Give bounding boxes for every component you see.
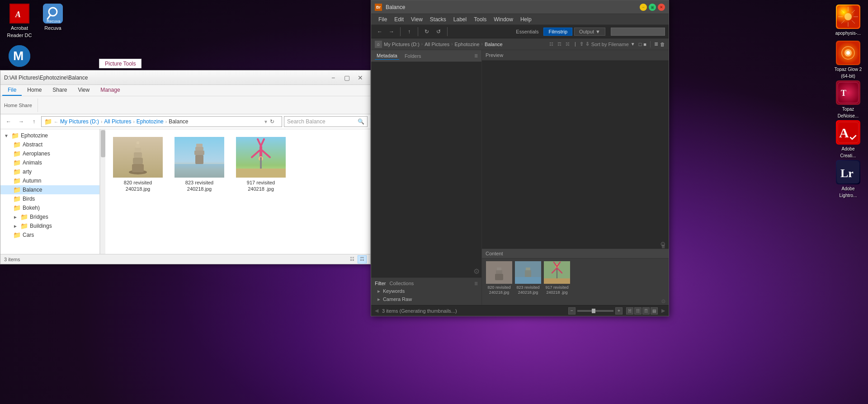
forward-button[interactable]: → [16, 117, 27, 127]
ws-tab-essentials[interactable]: Essentials [511, 28, 543, 36]
panel-expand-icon[interactable]: ≣ [474, 53, 478, 58]
bridge-up-button[interactable]: ↑ [404, 27, 414, 37]
back-button[interactable]: ← [3, 117, 14, 127]
filter-row-cameraraw[interactable]: ► Camera Raw [373, 295, 480, 303]
dock-icon-topaz-denoise[interactable]: T Topaz DeNoise... [828, 80, 868, 119]
svg-rect-59 [525, 270, 531, 277]
bridge-menu-edit[interactable]: Edit [391, 15, 407, 23]
delete-icon[interactable]: 🗑 [660, 42, 665, 47]
tab-home[interactable]: Home [22, 85, 47, 96]
tab-view[interactable]: View [72, 85, 95, 96]
bridge-path-root[interactable]: My Pictures (D:) [384, 42, 420, 47]
sidebar-item-animals[interactable]: 📁 Animals [0, 158, 99, 167]
bridge-maximize-button[interactable]: ▣ [649, 4, 656, 11]
filter-expand-icon[interactable]: ≣ [474, 281, 478, 286]
sidebar-scrollbar[interactable] [100, 129, 105, 254]
vsb-2[interactable]: ☷ [634, 307, 642, 315]
bridge-menu-view[interactable]: View [407, 15, 426, 23]
bridge-close-button[interactable]: ✕ [658, 4, 665, 11]
breadcrumb-part1[interactable]: All Pictures [104, 118, 131, 125]
close-button[interactable]: ✕ [354, 73, 367, 83]
picture-tools-tab[interactable]: Picture Tools [99, 59, 142, 68]
bridge-menu-file[interactable]: File [375, 15, 391, 23]
bridge-menu-help[interactable]: Help [517, 15, 535, 23]
content-thumb-820[interactable]: 820 revisited240218.jpg [486, 261, 513, 295]
content-thumb-917[interactable]: 917 revisited240218 .jpg [543, 261, 571, 295]
filter-row-keywords[interactable]: ► Keywords [373, 287, 480, 295]
up-button[interactable]: ↑ [28, 117, 39, 127]
list-view-button[interactable]: ☷ [348, 255, 357, 263]
panel-tab-folders[interactable]: Folders [403, 52, 423, 60]
tab-share[interactable]: Share [47, 85, 72, 96]
sidebar-item-aeroplanes[interactable]: 📁 Aeroplanes [0, 149, 99, 158]
tab-file[interactable]: File [2, 85, 22, 96]
zoom-slider[interactable] [577, 310, 613, 312]
sidebar-item-birds[interactable]: 📁 Birds [0, 194, 99, 203]
bridge-forward-button[interactable]: → [387, 27, 396, 37]
minimize-button[interactable]: − [327, 73, 340, 83]
maximize-button[interactable]: ▢ [340, 73, 353, 83]
sidebar-item-balance[interactable]: 📁 Balance [0, 185, 99, 194]
file-item-823[interactable]: 823 revisited240218.jpg [172, 135, 226, 195]
view-list-icon[interactable]: ≣ [654, 41, 658, 47]
view-icon-detail[interactable]: ☵ [564, 41, 571, 48]
settings-icon[interactable]: ⚙ [473, 267, 480, 276]
sidebar-item-bokeh[interactable]: 📁 Bokeh) [0, 203, 99, 212]
view-icon-grid[interactable]: ☷ [547, 41, 555, 48]
breadcrumb-part2[interactable]: Ephotozine [137, 118, 164, 125]
sort-dropdown-icon[interactable]: ▼ [631, 42, 635, 47]
dock-icon-apophysis[interactable]: apophysis-... [828, 0, 868, 40]
breadcrumb-root[interactable]: My Pictures (D:) [60, 118, 99, 125]
ws-tab-output[interactable]: Output ▼ [574, 28, 605, 36]
panel-tab-metadata[interactable]: Metadata [375, 52, 399, 60]
search-box[interactable]: Search Balance 🔍 [284, 116, 368, 127]
view-icon-list[interactable]: ☶ [556, 41, 563, 48]
sort-down-icon[interactable]: ⇩ [585, 41, 590, 47]
svg-rect-21 [837, 81, 859, 104]
desktop-icon-acrobat[interactable]: A Acrobat Reader DC [4, 4, 35, 38]
bridge-logo: Br [375, 4, 382, 11]
desktop-icon-recuva[interactable]: Recuva Recuva [37, 4, 69, 31]
bridge-back-button[interactable]: ← [375, 27, 385, 37]
vsb-3[interactable]: ☶ [642, 307, 650, 315]
sidebar-item-ephotozine[interactable]: ▼ 📁 Ephotozine [0, 131, 99, 140]
desktop-icon-malwarebytes[interactable]: M [4, 45, 35, 67]
sidebar-item-abstract[interactable]: 📁 Abstract [0, 140, 99, 149]
dock-icon-topaz-glow[interactable]: Topaz Glow 2 (64-bit) [828, 40, 868, 80]
content-settings-icon[interactable]: ⚙ [661, 298, 666, 305]
sidebar-item-cars[interactable]: 📁 Cars [0, 230, 99, 240]
filter-tab-filter[interactable]: Filter [375, 281, 386, 286]
vsb-1[interactable]: ☵ [626, 307, 633, 315]
zoom-plus-button[interactable]: + [615, 307, 623, 315]
breadcrumb[interactable]: 📁 ← My Pictures (D:) › All Pictures › Ep… [41, 116, 282, 127]
content-thumb-823[interactable]: 823 revisited240218.jpg [514, 261, 542, 295]
bridge-refresh-button[interactable]: ↺ [434, 27, 443, 37]
content-expand-icon[interactable]: ≣ [661, 244, 665, 249]
bridge-menu-label[interactable]: Label [450, 15, 470, 23]
tab-manage[interactable]: Manage [95, 85, 125, 96]
bridge-rotate-button[interactable]: ↻ [422, 27, 432, 37]
filter-tab-collections[interactable]: Collections [389, 281, 414, 286]
grid-view-button[interactable]: ☶ [358, 255, 367, 263]
ws-tab-filmstrip[interactable]: Filmstrip [543, 28, 572, 36]
bridge-menu-tools[interactable]: Tools [470, 15, 490, 23]
bridge-menu-window[interactable]: Window [490, 15, 517, 23]
bridge-search-input[interactable] [611, 28, 665, 36]
dock-icon-lightroom[interactable]: Lr Adobe Lightro... [828, 159, 868, 199]
bridge-path-part1[interactable]: All Pictures [425, 42, 449, 47]
sidebar-item-autumn[interactable]: 📁 Autumn [0, 176, 99, 185]
sidebar-item-buildings[interactable]: ► 📁 Buildings [0, 221, 99, 230]
dock-icon-adobe-creative[interactable]: A Adobe Creati... [828, 119, 868, 159]
bridge-menu-stacks[interactable]: Stacks [426, 15, 450, 23]
sidebar-item-bridges[interactable]: ► 📁 Bridges [0, 212, 99, 221]
refresh-button[interactable]: ↻ [270, 118, 279, 125]
sidebar-item-arty[interactable]: 📁 arty [0, 167, 99, 176]
file-item-820[interactable]: 820 revisited240218.jpg [111, 135, 165, 195]
file-item-917[interactable]: 917 revisited240218 .jpg [234, 135, 288, 195]
bridge-minimize-button[interactable]: − [640, 4, 647, 11]
zoom-minus-button[interactable]: − [568, 307, 576, 315]
sort-up-icon[interactable]: ⇧ [580, 41, 584, 47]
vsb-4[interactable]: ▤ [651, 307, 658, 315]
bridge-path-part2[interactable]: Ephotozine [455, 42, 480, 47]
dropdown-arrow[interactable]: ▼ [264, 119, 268, 124]
